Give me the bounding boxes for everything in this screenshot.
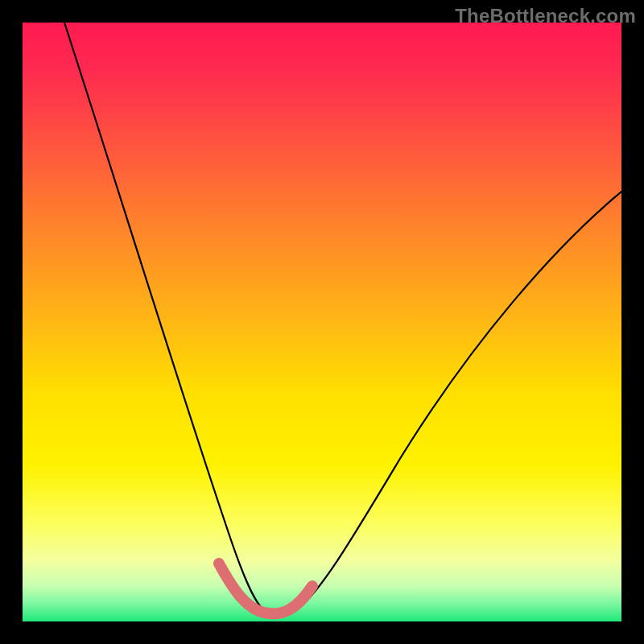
optimal-zone-highlight	[219, 564, 312, 613]
chart-frame: TheBottleneck.com	[0, 0, 644, 644]
watermark-text: TheBottleneck.com	[455, 5, 636, 27]
plot-area	[23, 23, 621, 621]
bottleneck-curve	[64, 23, 621, 615]
curve-layer	[23, 23, 621, 621]
